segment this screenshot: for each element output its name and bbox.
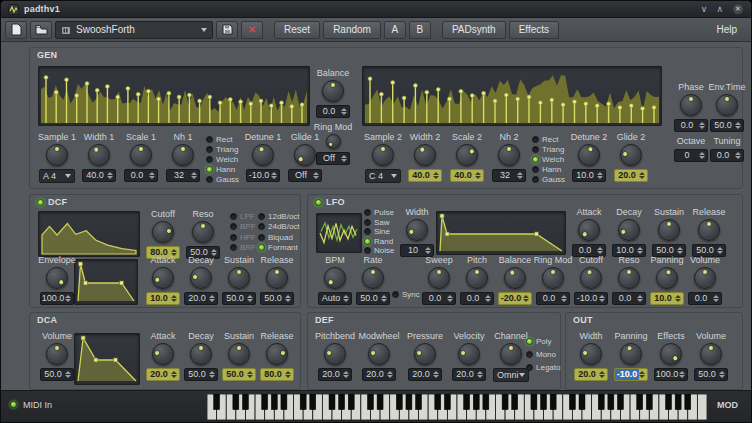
dcf-type-option-lpf[interactable]: LPF — [230, 211, 256, 222]
spin-arrows-icon[interactable] — [597, 172, 605, 179]
lfo-shape-option-pulse[interactable]: Pulse — [364, 208, 394, 218]
spin-arrows-icon[interactable] — [523, 295, 531, 302]
gen-shape1-option-hann[interactable]: Hann — [206, 164, 239, 174]
lfo-sync-checkbox[interactable]: Sync — [392, 289, 420, 299]
spin-arrows-icon[interactable] — [171, 371, 179, 378]
def-mode-option-legato[interactable]: Legato — [526, 361, 560, 374]
padsynth-button[interactable]: PADsynth — [442, 21, 506, 39]
gen-width1-knob[interactable] — [88, 144, 110, 166]
spin-arrows-icon[interactable] — [735, 152, 743, 159]
spin-arrows-icon[interactable] — [247, 371, 255, 378]
dca-envelope-display[interactable] — [74, 333, 140, 385]
dca-release-spinbox[interactable]: 80.0 — [260, 368, 294, 381]
spin-arrows-icon[interactable] — [149, 172, 157, 179]
dcf-envelope-display[interactable] — [74, 259, 138, 305]
spin-arrows-icon[interactable] — [485, 295, 493, 302]
gen-glide1-knob[interactable] — [294, 144, 316, 166]
gen-phase-knob[interactable] — [680, 94, 702, 116]
gen-detune2-knob[interactable] — [578, 144, 600, 166]
gen-spectrum2-display[interactable] — [362, 66, 662, 126]
spin-arrows-icon[interactable] — [65, 295, 73, 302]
random-button[interactable]: Random — [323, 21, 381, 39]
dcf-slope-option-12db-oct[interactable]: 12dB/oct — [258, 211, 300, 222]
spin-arrows-icon[interactable] — [719, 371, 727, 378]
spin-arrows-icon[interactable] — [433, 172, 441, 179]
open-preset-button[interactable] — [30, 21, 52, 39]
lfo-reso-knob[interactable] — [618, 267, 640, 289]
spin-arrows-icon[interactable] — [433, 371, 441, 378]
dcf-led[interactable] — [37, 199, 44, 206]
spin-arrows-icon[interactable] — [209, 371, 217, 378]
lfo-decay-knob[interactable] — [618, 219, 640, 241]
lfo-volume-knob[interactable] — [694, 267, 716, 289]
dca-volume-knob[interactable] — [46, 343, 68, 365]
spin-arrows-icon[interactable] — [717, 247, 725, 254]
def-pitchbend-knob[interactable] — [324, 343, 346, 365]
spin-arrows-icon[interactable] — [425, 247, 433, 254]
spin-arrows-icon[interactable] — [639, 371, 647, 378]
lfo-sweep-spinbox[interactable]: 0.0 — [422, 292, 456, 305]
lfo-ringmod-spinbox[interactable]: 0.0 — [536, 292, 570, 305]
spin-arrows-icon[interactable] — [597, 247, 605, 254]
dcf-reso-knob[interactable] — [192, 221, 214, 243]
mod-label[interactable]: MOD — [717, 400, 738, 410]
spin-arrows-icon[interactable] — [735, 122, 743, 129]
gen-scale2-spinbox[interactable]: 40.0 — [450, 169, 484, 182]
gen-detune2-spinbox[interactable]: 10.0 — [572, 169, 606, 182]
gen-shape2-option-rect[interactable]: Rect — [532, 134, 565, 144]
effects-button[interactable]: Effects — [509, 21, 559, 39]
out-panning-spinbox[interactable]: -10.0 — [614, 368, 648, 381]
spin-arrows-icon[interactable] — [599, 371, 607, 378]
spin-arrows-icon[interactable] — [387, 371, 395, 378]
spin-arrows-icon[interactable] — [517, 172, 525, 179]
dca-attack-spinbox[interactable]: 20.0 — [146, 368, 180, 381]
lfo-rate-knob[interactable] — [362, 267, 384, 289]
lfo-balance-knob[interactable] — [504, 267, 526, 289]
lfo-panning-knob[interactable] — [656, 267, 678, 289]
titlebar[interactable]: padthv1 ∨ ∧ ✕ — [1, 1, 751, 18]
lfo-shape-option-noise[interactable]: Noise — [364, 246, 394, 256]
spin-arrows-icon[interactable] — [341, 108, 349, 115]
gen-sample2-knob[interactable] — [372, 144, 394, 166]
def-channel-select[interactable]: Omni — [493, 368, 529, 382]
dcf-attack-spinbox[interactable]: 10.0 — [146, 292, 180, 305]
keyboard[interactable] — [207, 394, 707, 420]
spin-arrows-icon[interactable] — [381, 295, 389, 302]
lfo-pitch-spinbox[interactable]: 0.0 — [460, 292, 494, 305]
lfo-wave-display[interactable] — [316, 213, 362, 253]
close-icon[interactable]: ✕ — [732, 3, 744, 15]
midi-in-led[interactable] — [10, 401, 17, 408]
lfo-sustain-knob[interactable] — [658, 219, 680, 241]
dcf-type-option-brf[interactable]: BRF — [230, 243, 256, 254]
tab-a-button[interactable]: A — [384, 21, 406, 39]
spin-arrows-icon[interactable] — [447, 295, 455, 302]
spin-arrows-icon[interactable] — [191, 172, 199, 179]
dcf-release-spinbox[interactable]: 50.0 — [260, 292, 294, 305]
dca-release-knob[interactable] — [266, 343, 288, 365]
dcf-decay-spinbox[interactable]: 20.0 — [184, 292, 218, 305]
dcf-slope-option-24db-oct[interactable]: 24dB/oct — [258, 222, 300, 233]
spin-arrows-icon[interactable] — [209, 295, 217, 302]
def-mode-option-mono[interactable]: Mono — [526, 348, 560, 361]
gen-shape2-option-welch[interactable]: Welch — [532, 154, 565, 164]
lfo-cutoff-spinbox[interactable]: -10.0 — [574, 292, 608, 305]
gen-tuning-spinbox[interactable]: 0.0 — [710, 149, 744, 162]
gen-glide2-spinbox[interactable]: 20.0 — [614, 169, 648, 182]
lfo-ringmod-knob[interactable] — [542, 267, 564, 289]
out-effects-knob[interactable] — [660, 343, 682, 365]
def-velocity-knob[interactable] — [458, 343, 480, 365]
gen-balance-knob[interactable] — [322, 80, 344, 102]
gen-shape1-option-triang[interactable]: Triang — [206, 144, 239, 154]
gen-glide1-spinbox[interactable]: Off — [288, 169, 322, 182]
gen-nh1-spinbox[interactable]: 32 — [166, 169, 200, 182]
lfo-cutoff-knob[interactable] — [580, 267, 602, 289]
reset-button[interactable]: Reset — [274, 21, 320, 39]
help-button[interactable]: Help — [706, 21, 747, 39]
spin-arrows-icon[interactable] — [65, 371, 73, 378]
spin-arrows-icon[interactable] — [343, 295, 351, 302]
gen-envtime-spinbox[interactable]: 50.0 — [710, 119, 744, 132]
gen-shape2-option-gauss[interactable]: Gauss — [532, 174, 565, 184]
minimize-icon[interactable]: ∨ — [701, 4, 708, 15]
dcf-filter-display[interactable] — [38, 211, 140, 257]
gen-phase-spinbox[interactable]: 0.0 — [674, 119, 708, 132]
